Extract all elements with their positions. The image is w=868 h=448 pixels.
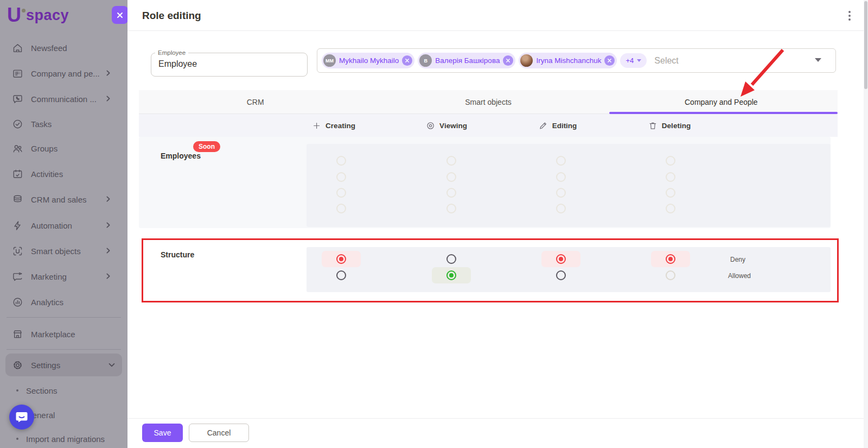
- remove-member-button[interactable]: [402, 55, 412, 66]
- more-members-badge[interactable]: +4: [620, 53, 647, 68]
- radio-employees-creating-3: [336, 188, 346, 198]
- soon-badge: Soon: [193, 141, 220, 152]
- trash-icon: [648, 121, 658, 130]
- sidebar-item-crm-and-sales[interactable]: CRM and sales: [12, 193, 119, 206]
- radio-structure-viewing-deny[interactable]: [446, 254, 456, 264]
- more-options-button[interactable]: [845, 11, 854, 22]
- radio-structure-deleting-allowed[interactable]: [666, 270, 675, 280]
- sidebar-divider: [7, 317, 121, 318]
- kebab-dot: [848, 18, 851, 21]
- radio-employees-viewing-2: [446, 172, 456, 182]
- chat-launcher-button[interactable]: [9, 405, 34, 430]
- tab-smart-objects[interactable]: Smart objects: [372, 90, 604, 113]
- radio-structure-deleting-deny[interactable]: [666, 254, 675, 264]
- sidebar-item-label: Smart objects: [31, 247, 81, 256]
- cancel-button[interactable]: Cancel: [189, 424, 249, 442]
- select-placeholder: Select: [654, 56, 678, 66]
- member-chip-name: Валерія Башкірова: [435, 56, 500, 65]
- sidebar-item-label: CRM and sales: [31, 195, 87, 204]
- close-icon: [607, 58, 612, 63]
- chevron-right-icon: [105, 195, 112, 203]
- communication-icon: [12, 93, 23, 105]
- chevron-down-icon: [108, 361, 116, 369]
- sidebar-item-smart-objects[interactable]: Smart objects: [12, 244, 119, 257]
- tab-label: Smart objects: [465, 98, 512, 106]
- kebab-dot: [848, 15, 851, 17]
- sidebar-item-label: Newsfeed: [31, 43, 67, 53]
- remove-member-button[interactable]: [503, 55, 513, 66]
- radio-employees-viewing-3: [446, 188, 456, 198]
- member-chip-name: Mykhailo Mykhailo: [339, 56, 399, 65]
- scrollbar: [864, 0, 868, 448]
- level-label-allowed: Allowed: [728, 272, 751, 280]
- sidebar: U spacy Newsfeed Company and pe... Commu…: [0, 0, 127, 448]
- page-title: Role editing: [142, 10, 201, 22]
- sidebar-item-marketing[interactable]: Marketing: [12, 270, 119, 283]
- column-header-creating: Creating: [312, 114, 355, 137]
- remove-member-button[interactable]: [604, 55, 615, 66]
- employees-radio-panel: [307, 144, 831, 227]
- sidebar-close-button[interactable]: [112, 6, 128, 24]
- company-icon: [12, 68, 23, 79]
- marketplace-icon: [12, 329, 23, 340]
- radio-employees-creating-1: [336, 156, 346, 166]
- tab-crm[interactable]: CRM: [139, 90, 372, 113]
- sidebar-item-activities[interactable]: Activities: [12, 167, 119, 180]
- chevron-right-icon: [105, 273, 112, 280]
- radio-structure-creating-allowed[interactable]: [336, 270, 346, 280]
- sidebar-item-label: Groups: [31, 144, 58, 153]
- tab-company-and-people[interactable]: Company and People: [605, 90, 838, 113]
- logo-dot-icon: [22, 9, 25, 12]
- radio-structure-editing-allowed[interactable]: [556, 270, 566, 280]
- column-label: Viewing: [439, 122, 467, 130]
- chat-bubble-icon: [15, 410, 29, 424]
- chevron-right-icon: [105, 247, 112, 254]
- sidebar-item-marketplace[interactable]: Marketplace: [12, 327, 119, 340]
- member-chip: Iryna Mishchanchuk: [519, 53, 617, 68]
- row-label-structure: Structure: [161, 250, 194, 259]
- column-label: Editing: [552, 122, 577, 130]
- radio-employees-creating-4: [336, 204, 346, 213]
- eye-icon: [426, 121, 435, 130]
- column-header-editing: Editing: [539, 114, 577, 137]
- permission-tabs: CRM Smart objects Company and People: [139, 90, 838, 114]
- bullet-icon: [16, 389, 18, 392]
- radio-employees-editing-2: [556, 172, 566, 182]
- save-button[interactable]: Save: [142, 424, 183, 442]
- tasks-icon: [12, 118, 23, 130]
- sidebar-item-groups[interactable]: Groups: [12, 142, 119, 155]
- sidebar-divider: [7, 349, 121, 350]
- chevron-right-icon: [105, 95, 112, 102]
- employee-field-value: Employee: [158, 59, 197, 69]
- activities-icon: [12, 168, 23, 180]
- sidebar-item-newsfeed[interactable]: Newsfeed: [12, 41, 119, 54]
- sidebar-item-label: Analytics: [31, 298, 63, 307]
- sidebar-item-import-and-migrations[interactable]: Import and migrations: [14, 433, 105, 444]
- close-icon: [405, 58, 410, 63]
- sidebar-item-sections[interactable]: Sections: [14, 385, 58, 396]
- sidebar-item-company-and-people[interactable]: Company and pe...: [12, 67, 119, 80]
- sidebar-item-label: Company and pe...: [31, 69, 100, 78]
- sidebar-item-settings[interactable]: Settings: [5, 354, 122, 376]
- sidebar-item-communication[interactable]: Communication ...: [12, 92, 119, 105]
- column-header-viewing: Viewing: [426, 114, 467, 137]
- sidebar-item-label: Tasks: [31, 119, 52, 129]
- tab-label: Company and People: [685, 98, 758, 106]
- uspacy-logo: U spacy: [7, 4, 69, 27]
- radio-employees-deleting-1: [666, 156, 675, 166]
- logo-letter: U: [7, 4, 21, 27]
- sidebar-item-label: Communication ...: [31, 94, 97, 104]
- radio-structure-viewing-allowed[interactable]: [446, 270, 456, 280]
- avatar: MM: [323, 54, 336, 67]
- radio-employees-deleting-4: [666, 204, 675, 213]
- sidebar-item-automation[interactable]: Automation: [12, 219, 119, 232]
- level-label-deny: Deny: [730, 256, 745, 263]
- members-select-field[interactable]: MM Mykhailo Mykhailo В Валерія Башкірова…: [317, 48, 836, 73]
- radio-structure-creating-deny[interactable]: [336, 254, 346, 264]
- sidebar-item-analytics[interactable]: Analytics: [12, 295, 119, 308]
- chevron-down-icon: [637, 59, 641, 62]
- scrollbar-thumb[interactable]: [864, 1, 867, 89]
- home-icon: [12, 42, 23, 54]
- radio-structure-editing-deny[interactable]: [556, 254, 566, 264]
- sidebar-item-tasks[interactable]: Tasks: [12, 117, 119, 130]
